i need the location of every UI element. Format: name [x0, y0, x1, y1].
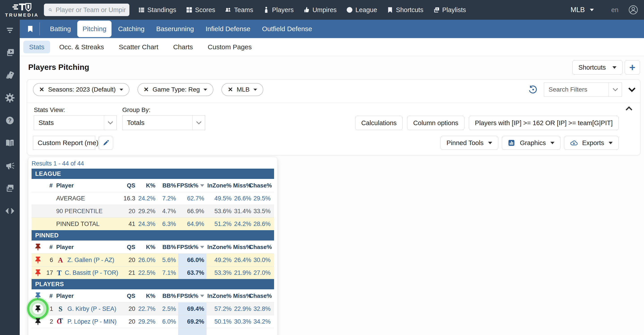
tab-baserunning[interactable]: Baserunning [151, 20, 199, 38]
chip-league[interactable]: ✕ MLB [222, 83, 263, 96]
column-header-cell[interactable]: # [44, 244, 55, 250]
global-search-input[interactable] [56, 6, 126, 14]
remove-filter-icon[interactable]: ✕ [39, 86, 44, 93]
gear-icon[interactable] [5, 93, 15, 103]
pin-cell[interactable] [32, 315, 44, 328]
nav-league[interactable]: League [346, 6, 377, 14]
expand-filters-chevron-icon[interactable] [628, 87, 636, 92]
pin-cell[interactable] [32, 266, 44, 279]
stat-value[interactable]: 22.9% [234, 306, 254, 312]
filter-icon[interactable] [5, 25, 15, 35]
bookmark-icon[interactable] [27, 25, 33, 32]
stat-value[interactable]: 7.2% [158, 195, 178, 202]
language-indicator[interactable]: en [611, 6, 618, 14]
collapse-panel-chevron-icon[interactable] [626, 106, 632, 111]
exports-button[interactable]: Exports [564, 136, 619, 150]
stat-value[interactable]: 50.1% [206, 318, 234, 325]
stat-value[interactable]: 64.9% [178, 220, 206, 228]
global-search[interactable] [44, 4, 130, 16]
stat-value[interactable]: 26.6% [234, 195, 254, 202]
column-header-cell[interactable]: # [44, 182, 55, 189]
column-header-cell[interactable]: BB% [158, 182, 178, 189]
tab-catching[interactable]: Catching [113, 20, 150, 38]
profile-avatar[interactable] [628, 5, 638, 15]
pin-cell[interactable] [32, 254, 44, 266]
chip-seasons[interactable]: ✕ Seasons: 2023 (Default) [33, 83, 130, 96]
stat-value[interactable]: 63.7% [187, 270, 206, 276]
nav-umpires[interactable]: Umpires [304, 6, 336, 14]
column-header-cell[interactable]: QS [118, 182, 138, 189]
pin-icon[interactable] [35, 292, 41, 300]
stat-value[interactable]: 69.2% [187, 318, 206, 325]
pinned-tools-button[interactable]: Pinned Tools [440, 136, 498, 150]
megaphone-icon[interactable] [5, 161, 15, 171]
stat-value[interactable]: 30.0% [254, 256, 274, 264]
column-header-cell[interactable]: K% [138, 244, 158, 250]
column-header-cell[interactable]: Chase% [254, 244, 274, 250]
stat-value[interactable]: 24.3% [138, 220, 158, 228]
column-header-cell[interactable]: FPStk% [178, 182, 206, 189]
stat-value[interactable]: 57.2% [206, 306, 234, 312]
stat-value[interactable]: 34.2% [254, 318, 274, 325]
column-header-cell[interactable]: Player [55, 182, 118, 189]
stat-value[interactable]: 29.2% [138, 318, 158, 325]
stat-value[interactable]: 22.5% [138, 270, 158, 276]
stat-value[interactable]: 5.6% [158, 256, 178, 264]
pin-icon[interactable] [35, 306, 41, 312]
stat-value[interactable]: 24.2% [234, 220, 254, 228]
stat-value[interactable]: 6.0% [158, 318, 178, 325]
column-options-button[interactable]: Column options [407, 116, 464, 130]
help-icon[interactable]: ? [5, 116, 15, 126]
player-link[interactable]: Z. Gallen (P - AZ) [68, 256, 114, 264]
stat-value[interactable]: 29.5% [254, 195, 274, 202]
column-header-cell[interactable]: InZone% [206, 292, 234, 300]
pin-column-header[interactable] [32, 240, 44, 254]
player-link[interactable]: P. López (P - MIN) [68, 318, 117, 325]
chip-game-type[interactable]: ✕ Game Type: Reg [138, 83, 214, 96]
nav-teams[interactable]: Teams [225, 6, 253, 14]
stat-value[interactable]: 26.0% [138, 256, 158, 264]
stat-value[interactable]: 49.5% [206, 195, 234, 202]
tab-custom-pages[interactable]: Custom Pages [202, 41, 258, 53]
stats-view-select[interactable]: Stats [34, 115, 117, 130]
column-header-cell[interactable]: InZone% [206, 244, 234, 250]
pin-icon[interactable] [35, 244, 41, 250]
column-header-cell[interactable]: Player [55, 292, 118, 300]
column-header-cell[interactable]: BB% [158, 244, 178, 250]
stat-value[interactable]: 7.1% [158, 270, 178, 276]
player-link[interactable]: G. Kirby (P - SEA) [68, 306, 116, 312]
tab-outfield-defense[interactable]: Outfield Defense [257, 20, 317, 38]
stat-value[interactable]: 30.3% [234, 318, 254, 325]
filter-expression-button[interactable]: Players with [IP] >= 162 OR [IP] >= team… [469, 116, 619, 130]
stat-value[interactable]: 24.2% [138, 195, 158, 202]
nav-shortcuts[interactable]: Shortcuts [387, 6, 424, 14]
column-header-cell[interactable]: K% [138, 292, 158, 300]
tab-charts[interactable]: Charts [167, 41, 198, 53]
column-header-cell[interactable]: Chase% [254, 292, 274, 300]
media-gallery-icon[interactable] [5, 184, 15, 193]
group-by-select[interactable]: Totals [122, 115, 205, 130]
calculations-button[interactable]: Calculations [355, 116, 402, 130]
stat-value[interactable]: 21.9% [234, 270, 254, 276]
edit-report-button[interactable] [99, 136, 113, 150]
swatches-icon[interactable] [5, 70, 15, 80]
stat-value[interactable]: 49.2% [206, 256, 234, 264]
guide-book-icon[interactable] [5, 138, 15, 148]
remove-filter-icon[interactable]: ✕ [144, 86, 149, 93]
tab-occ-streaks[interactable]: Occ. & Streaks [53, 41, 110, 53]
column-header-cell[interactable]: QS [118, 244, 138, 250]
league-selector[interactable]: MLB [570, 6, 594, 14]
custom-report-select[interactable]: Custom Report (me) [33, 136, 95, 150]
column-header-cell[interactable]: FPStk% [178, 244, 206, 250]
code-icon[interactable] [5, 206, 15, 216]
tab-pitching[interactable]: Pitching [77, 20, 112, 37]
pin-column-header[interactable] [32, 289, 44, 302]
column-header-cell[interactable]: K% [138, 182, 158, 189]
tab-stats[interactable]: Stats [23, 41, 50, 53]
tab-batting[interactable]: Batting [45, 20, 76, 38]
nav-standings[interactable]: Standings [138, 6, 176, 14]
stat-value[interactable]: 27.0% [254, 270, 274, 276]
stat-value[interactable]: 22.7% [138, 306, 158, 312]
stat-value[interactable]: 51.2% [206, 220, 234, 228]
column-header-cell[interactable]: FPStk% [178, 292, 206, 300]
